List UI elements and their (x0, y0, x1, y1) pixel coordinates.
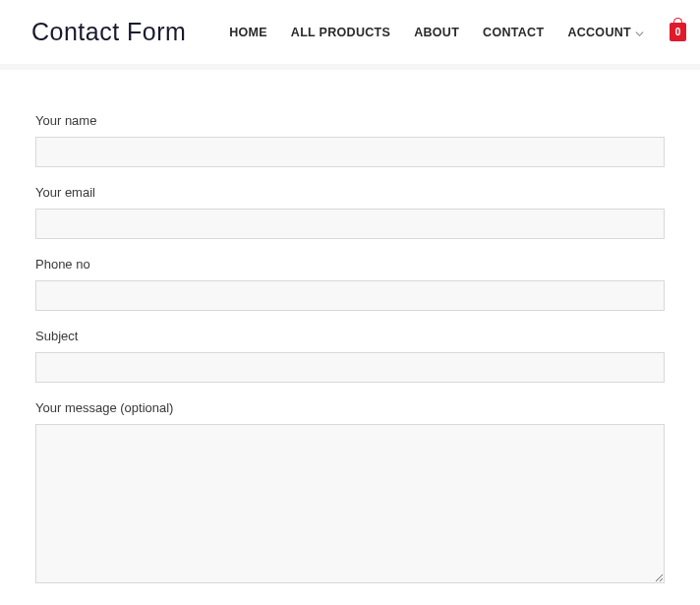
field-email-label: Your email (35, 185, 665, 200)
nav-contact-label: CONTACT (483, 26, 544, 39)
nav-about-label: ABOUT (414, 26, 459, 39)
field-name-label: Your name (35, 113, 665, 128)
header: Contact Form HOME ALL PRODUCTS ABOUT CON… (0, 0, 700, 64)
field-email-input[interactable] (35, 209, 665, 239)
field-phone-group: Phone no (35, 257, 665, 311)
nav-about[interactable]: ABOUT (402, 26, 471, 39)
cart-count: 0 (675, 28, 681, 37)
nav-contact[interactable]: CONTACT (471, 26, 555, 39)
field-name-input[interactable] (35, 137, 665, 167)
field-name-group: Your name (35, 113, 665, 167)
contact-form: Your name Your email Phone no Subject Yo… (0, 70, 700, 605)
field-message-input[interactable] (35, 424, 665, 583)
nav-all-products-label: ALL PRODUCTS (291, 26, 390, 39)
cart-bag-icon: 0 (670, 23, 686, 41)
field-subject-input[interactable] (35, 352, 665, 383)
field-subject-label: Subject (35, 329, 665, 343)
nav: HOME ALL PRODUCTS ABOUT CONTACT ACCOUNT … (217, 23, 686, 41)
nav-home-label: HOME (229, 26, 267, 39)
field-phone-label: Phone no (35, 257, 665, 272)
nav-home[interactable]: HOME (217, 26, 279, 39)
field-subject-group: Subject (35, 329, 665, 383)
field-message-label: Your message (optional) (35, 400, 665, 415)
nav-all-products[interactable]: ALL PRODUCTS (279, 26, 402, 39)
nav-account-label: ACCOUNT (567, 26, 631, 39)
field-message-group: Your message (optional) (35, 400, 665, 587)
field-phone-input[interactable] (35, 280, 665, 311)
chevron-down-icon (635, 28, 644, 36)
nav-account[interactable]: ACCOUNT (555, 26, 656, 39)
field-email-group: Your email (35, 185, 665, 239)
page-title: Contact Form (31, 18, 186, 46)
cart-button[interactable]: 0 (670, 23, 686, 41)
